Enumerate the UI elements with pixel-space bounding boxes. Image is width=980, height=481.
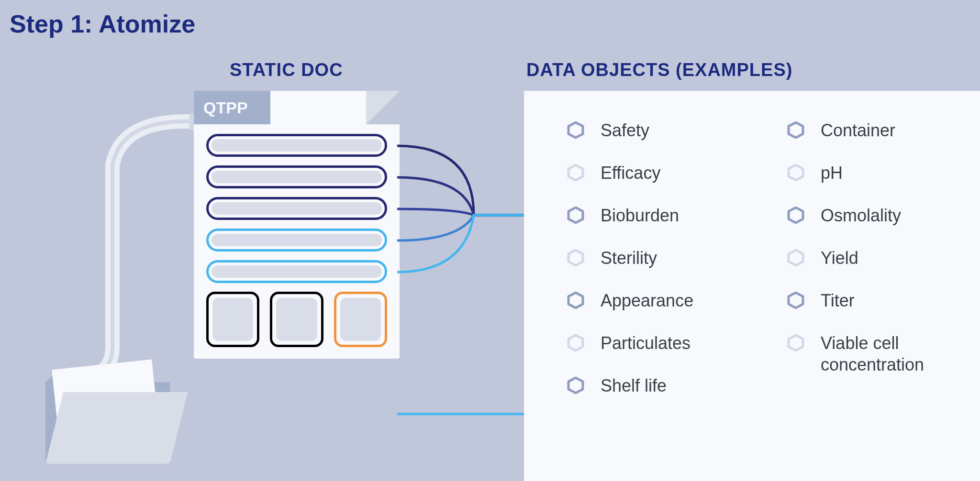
svg-marker-13 — [789, 335, 803, 350]
doc-box — [206, 292, 259, 347]
hex-icon — [787, 292, 804, 309]
data-object-label: Safety — [601, 120, 649, 141]
doc-box — [334, 292, 387, 347]
svg-marker-5 — [568, 293, 583, 308]
hex-icon — [567, 334, 584, 351]
svg-marker-8 — [789, 122, 803, 138]
connector-lines — [397, 91, 526, 445]
page-title: Step 1: Atomize — [10, 10, 195, 38]
svg-marker-11 — [789, 250, 803, 265]
svg-marker-9 — [789, 165, 803, 180]
svg-marker-2 — [568, 165, 583, 180]
data-object-item: Container — [787, 120, 945, 141]
doc-pill — [206, 134, 387, 157]
hex-icon — [787, 164, 804, 181]
data-object-label: Titer — [821, 290, 855, 311]
data-object-item: Efficacy — [567, 162, 725, 184]
heading-static-doc: STATIC DOC — [230, 60, 343, 80]
data-object-label: Container — [821, 120, 895, 141]
hex-icon — [787, 334, 804, 351]
hex-icon — [567, 249, 584, 266]
data-objects-panel: SafetyEfficacyBioburdenSterilityAppearan… — [524, 91, 980, 481]
svg-marker-1 — [568, 122, 583, 138]
svg-marker-3 — [568, 208, 583, 223]
doc-pill — [206, 197, 387, 220]
svg-marker-6 — [568, 335, 583, 350]
data-object-item: pH — [787, 162, 945, 184]
cable-graphic — [79, 108, 203, 380]
data-object-item: Sterility — [567, 247, 725, 269]
svg-marker-7 — [568, 378, 583, 393]
hex-icon — [567, 207, 584, 224]
data-object-label: Viable cell concentration — [821, 332, 945, 375]
data-object-item: Appearance — [567, 290, 725, 311]
data-object-label: Osmolality — [821, 205, 901, 226]
data-object-item: Osmolality — [787, 205, 945, 226]
hex-icon — [567, 164, 584, 181]
hex-icon — [787, 249, 804, 266]
data-object-item: Viable cell concentration — [787, 332, 945, 375]
svg-marker-10 — [789, 208, 803, 223]
data-object-item: Safety — [567, 120, 725, 141]
svg-marker-4 — [568, 250, 583, 265]
folder-graphic — [45, 373, 170, 464]
data-object-item: Shelf life — [567, 375, 725, 396]
doc-tab-label: QTPP — [194, 91, 270, 124]
doc-pill — [206, 229, 387, 251]
doc-pill — [206, 260, 387, 283]
static-doc-graphic: QTPP — [194, 91, 400, 359]
hex-icon — [787, 121, 804, 139]
data-object-label: Sterility — [601, 247, 657, 269]
heading-data-objects: DATA OBJECTS (EXAMPLES) — [526, 60, 792, 80]
data-object-label: Efficacy — [601, 162, 660, 184]
hex-icon — [787, 207, 804, 224]
data-object-label: Bioburden — [601, 205, 679, 226]
data-object-item: Bioburden — [567, 205, 725, 226]
data-object-label: Appearance — [601, 290, 693, 311]
hex-icon — [567, 121, 584, 139]
data-object-label: Shelf life — [601, 375, 667, 396]
hex-icon — [567, 377, 584, 394]
hex-icon — [567, 292, 584, 309]
svg-marker-12 — [789, 293, 803, 308]
data-object-item: Titer — [787, 290, 945, 311]
data-object-label: Particulates — [601, 332, 690, 354]
data-object-item: Particulates — [567, 332, 725, 354]
data-object-label: Yield — [821, 247, 858, 269]
doc-pill — [206, 165, 387, 188]
data-object-item: Yield — [787, 247, 945, 269]
doc-box — [270, 292, 323, 347]
data-object-label: pH — [821, 162, 843, 184]
